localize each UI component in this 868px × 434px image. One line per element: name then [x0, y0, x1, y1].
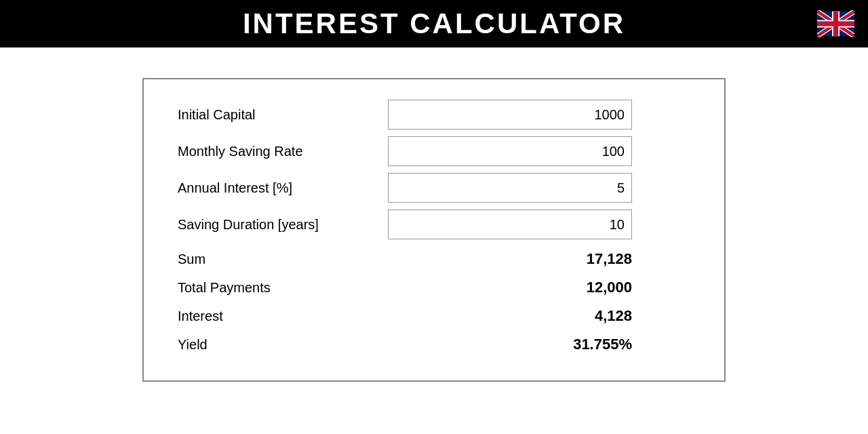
total-payments-row: Total Payments 12,000 [178, 279, 690, 296]
annual-interest-row: Annual Interest [%] [178, 173, 690, 203]
saving-duration-label: Saving Duration [years] [178, 217, 388, 233]
sum-row: Sum 17,128 [178, 250, 690, 268]
saving-duration-input[interactable] [388, 210, 632, 239]
annual-interest-input[interactable] [388, 173, 632, 203]
total-payments-value: 12,000 [388, 279, 632, 296]
interest-row: Interest 4,128 [178, 307, 690, 325]
interest-value: 4,128 [388, 307, 632, 325]
uk-flag-icon [817, 10, 854, 37]
yield-label: Yield [178, 337, 388, 353]
app-header: INTEREST CALCULATOR [0, 0, 868, 47]
total-payments-label: Total Payments [178, 280, 388, 296]
language-flag[interactable] [817, 10, 854, 37]
initial-capital-input[interactable] [388, 100, 632, 130]
yield-value: 31.755% [388, 336, 632, 353]
initial-capital-label: Initial Capital [178, 107, 388, 123]
monthly-saving-rate-label: Monthly Saving Rate [178, 144, 388, 159]
calculator-box: Initial Capital Monthly Saving Rate Annu… [142, 78, 726, 382]
svg-rect-8 [817, 21, 854, 26]
annual-interest-label: Annual Interest [%] [178, 180, 388, 196]
initial-capital-row: Initial Capital [178, 100, 690, 130]
sum-value: 17,128 [388, 250, 632, 268]
sum-label: Sum [178, 252, 388, 267]
yield-row: Yield 31.755% [178, 336, 690, 353]
interest-label: Interest [178, 309, 388, 324]
app-title: INTEREST CALCULATOR [243, 7, 625, 40]
main-content: Initial Capital Monthly Saving Rate Annu… [0, 47, 868, 382]
monthly-saving-rate-row: Monthly Saving Rate [178, 136, 690, 166]
saving-duration-row: Saving Duration [years] [178, 210, 690, 239]
monthly-saving-rate-input[interactable] [388, 136, 632, 166]
